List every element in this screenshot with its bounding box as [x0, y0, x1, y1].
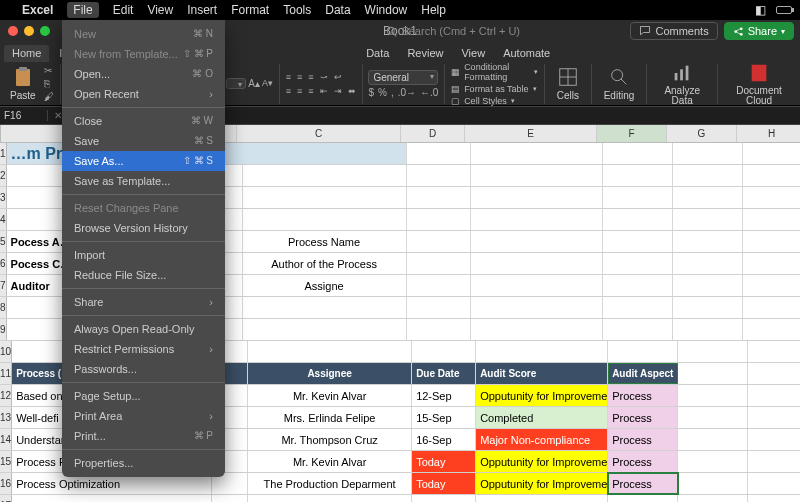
- cell[interactable]: Process: [608, 385, 678, 406]
- menu-item-open-[interactable]: Open...⌘ O: [62, 64, 225, 84]
- cell[interactable]: Today: [412, 473, 476, 494]
- cell[interactable]: Audit Aspect: [608, 363, 678, 384]
- col-header-F[interactable]: F: [597, 125, 667, 142]
- number-format-combo[interactable]: General: [368, 70, 438, 85]
- cell[interactable]: [673, 143, 743, 164]
- cell[interactable]: [673, 275, 743, 296]
- cell[interactable]: [743, 165, 800, 186]
- format-as-table[interactable]: ▤Format as Table▾: [451, 83, 538, 95]
- analyze-data[interactable]: Analyze Data: [653, 62, 711, 106]
- cell[interactable]: [603, 297, 673, 318]
- cell[interactable]: [673, 253, 743, 274]
- cell-styles[interactable]: ▢Cell Styles▾: [451, 95, 538, 107]
- cell[interactable]: [471, 209, 603, 230]
- cell[interactable]: [412, 495, 476, 502]
- menu-item-save-as-[interactable]: Save As...⇧ ⌘ S: [62, 151, 225, 171]
- cell[interactable]: [471, 231, 603, 252]
- cell[interactable]: Today: [412, 451, 476, 472]
- row-header[interactable]: 15: [0, 451, 12, 472]
- align-center-icon[interactable]: ≡: [297, 86, 302, 96]
- cell[interactable]: [471, 319, 603, 340]
- tab-review[interactable]: Review: [399, 45, 451, 62]
- cell[interactable]: [471, 253, 603, 274]
- conditional-formatting[interactable]: ▦Conditional Formatting▾: [451, 61, 538, 83]
- col-header-G[interactable]: G: [667, 125, 737, 142]
- cell[interactable]: Author of the Process: [243, 253, 407, 274]
- menubar-view[interactable]: View: [147, 3, 173, 17]
- cell[interactable]: [743, 231, 800, 252]
- editing-group[interactable]: Editing: [598, 66, 641, 101]
- cell[interactable]: [471, 275, 603, 296]
- cell[interactable]: [678, 495, 748, 502]
- cut-icon[interactable]: ✂: [44, 65, 54, 76]
- cell[interactable]: Audit Score: [476, 363, 608, 384]
- cell[interactable]: 12-Sep: [412, 385, 476, 406]
- cell[interactable]: [603, 165, 673, 186]
- menubar-tools[interactable]: Tools: [283, 3, 311, 17]
- menu-item-open-recent[interactable]: Open Recent›: [62, 84, 225, 104]
- cell[interactable]: [743, 253, 800, 274]
- cell[interactable]: [407, 231, 471, 252]
- cell[interactable]: Process Name: [243, 231, 407, 252]
- percent-icon[interactable]: %: [378, 87, 387, 98]
- indent-inc-icon[interactable]: ⇥: [334, 86, 342, 96]
- share-button[interactable]: Share▾: [724, 22, 794, 40]
- cell[interactable]: [678, 429, 748, 450]
- cell[interactable]: Process: [608, 473, 678, 494]
- cell[interactable]: Process: [608, 429, 678, 450]
- menubar-edit[interactable]: Edit: [113, 3, 134, 17]
- menu-item-save[interactable]: Save⌘ S: [62, 131, 225, 151]
- cell[interactable]: [407, 253, 471, 274]
- cell[interactable]: [476, 495, 608, 502]
- cell[interactable]: [243, 209, 407, 230]
- cell[interactable]: Due Date: [412, 363, 476, 384]
- menubar-file[interactable]: File: [67, 2, 98, 18]
- cell[interactable]: [471, 297, 603, 318]
- cell[interactable]: [407, 319, 471, 340]
- cell[interactable]: [471, 187, 603, 208]
- col-header-C[interactable]: C: [237, 125, 401, 142]
- menu-item-always-open-read-only[interactable]: Always Open Read-Only: [62, 319, 225, 339]
- decrease-font-icon[interactable]: A▾: [262, 78, 273, 89]
- menu-item-share[interactable]: Share›: [62, 292, 225, 312]
- indent-dec-icon[interactable]: ⇤: [320, 86, 328, 96]
- cell[interactable]: [608, 341, 678, 362]
- align-right-icon[interactable]: ≡: [308, 86, 313, 96]
- cell[interactable]: Opputunity for Improvement: [476, 473, 608, 494]
- cell[interactable]: [748, 429, 800, 450]
- cell[interactable]: [678, 385, 748, 406]
- tab-home[interactable]: Home: [4, 45, 49, 62]
- cell[interactable]: [673, 319, 743, 340]
- tab-automate[interactable]: Automate: [495, 45, 558, 62]
- menu-item-save-as-template-[interactable]: Save as Template...: [62, 171, 225, 191]
- cell[interactable]: [673, 165, 743, 186]
- cell[interactable]: [248, 341, 412, 362]
- wrap-text-icon[interactable]: ↩: [334, 72, 342, 82]
- cell[interactable]: [603, 143, 673, 164]
- cell[interactable]: [407, 165, 471, 186]
- cell[interactable]: [603, 253, 673, 274]
- document-cloud[interactable]: Document Cloud: [724, 62, 794, 106]
- cell[interactable]: [748, 407, 800, 428]
- cell[interactable]: [673, 231, 743, 252]
- cell[interactable]: [243, 187, 407, 208]
- cell[interactable]: Major Non-compliance: [476, 429, 608, 450]
- cell[interactable]: [603, 275, 673, 296]
- cell[interactable]: [12, 495, 212, 502]
- tab-data[interactable]: Data: [358, 45, 397, 62]
- menu-item-restrict-permissions[interactable]: Restrict Permissions›: [62, 339, 225, 359]
- cell[interactable]: [748, 363, 800, 384]
- cell[interactable]: Mrs. Erlinda Felipe: [248, 407, 412, 428]
- menu-item-import[interactable]: Import: [62, 245, 225, 265]
- cell[interactable]: [407, 297, 471, 318]
- cell[interactable]: [743, 187, 800, 208]
- inc-decimal-icon[interactable]: .0→: [398, 87, 416, 98]
- cell[interactable]: [748, 451, 800, 472]
- window-controls[interactable]: [0, 26, 58, 36]
- cell[interactable]: [748, 341, 800, 362]
- menubar-app[interactable]: Excel: [22, 3, 53, 17]
- menubar-help[interactable]: Help: [421, 3, 446, 17]
- align-left-icon[interactable]: ≡: [286, 86, 291, 96]
- cell[interactable]: [678, 473, 748, 494]
- cell[interactable]: [678, 407, 748, 428]
